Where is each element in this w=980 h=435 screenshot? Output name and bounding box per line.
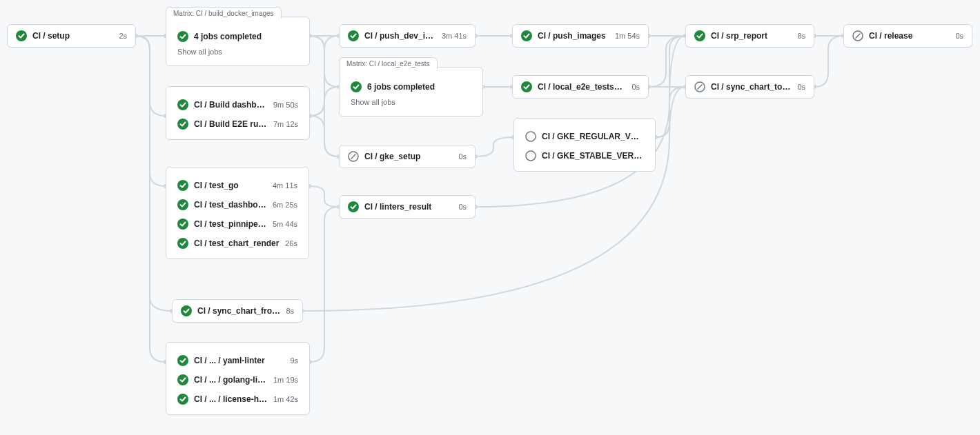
job-label: CI / gke_setup [364, 152, 453, 161]
job-setup[interactable]: CI / setup 2s [7, 24, 136, 48]
show-all-jobs-link[interactable]: Show all jobs [172, 46, 304, 56]
job-label: CI / ... / yaml-linter [194, 356, 284, 365]
pending-icon [525, 131, 536, 142]
job-license-header-linter[interactable]: CI / ... / license-header... 1m 42s [172, 390, 304, 409]
job-linters-result[interactable]: CI / linters_result 0s [339, 195, 476, 219]
success-icon [177, 199, 188, 210]
job-duration: 1m 42s [273, 395, 298, 403]
job-duration: 0s [458, 152, 467, 161]
svg-point-49 [526, 132, 536, 141]
job-duration: 8s [286, 307, 294, 315]
job-label: CI / test_chart_render [194, 239, 280, 248]
job-release[interactable]: CI / release 0s [843, 24, 972, 48]
job-golang-linter[interactable]: CI / ... / golang-linter 1m 19s [172, 370, 304, 390]
workflow-connectors [0, 0, 980, 435]
job-duration: 9s [290, 356, 298, 365]
job-local-e2e-tests-result[interactable]: CI / local_e2e_tests_result 0s [512, 75, 649, 99]
job-duration: 7m 12s [273, 120, 298, 128]
svg-line-53 [698, 85, 703, 90]
job-duration: 6m 25s [273, 201, 297, 209]
matrix-summary-row[interactable]: 4 jobs completed [172, 27, 304, 46]
success-icon [521, 81, 532, 92]
matrix-build-docker-images[interactable]: Matrix: CI / build_docker_images 4 jobs … [166, 17, 310, 66]
job-group-linters: CI / ... / yaml-linter 9s CI / ... / gol… [166, 342, 310, 415]
job-label: CI / setup [32, 31, 113, 41]
skipped-icon [852, 30, 863, 41]
job-duration: 1m 19s [273, 376, 298, 384]
job-label: CI / GKE_STABLE_VERSION / ... [542, 151, 644, 161]
job-label: CI / push_images [538, 31, 609, 41]
job-push-dev-images[interactable]: CI / push_dev_images 3m 41s [339, 24, 476, 48]
matrix-summary-row[interactable]: 6 jobs completed [345, 77, 477, 97]
job-group-tests: CI / test_go 4m 11s CI / test_dashboard … [166, 167, 309, 259]
job-label: CI / Build dashboard i... [194, 100, 268, 110]
job-duration: 1m 54s [615, 32, 640, 40]
svg-point-50 [526, 151, 536, 161]
job-label: CI / release [869, 31, 950, 41]
success-icon [351, 81, 362, 92]
job-label: CI / push_dev_images [364, 31, 436, 41]
success-icon [348, 201, 359, 212]
success-icon [177, 219, 188, 230]
job-duration: 2s [119, 32, 127, 40]
skipped-icon [348, 151, 359, 162]
success-icon [177, 374, 188, 385]
job-build-dashboard-image[interactable]: CI / Build dashboard i... 9m 50s [172, 95, 304, 114]
success-icon [177, 394, 188, 405]
success-icon [177, 119, 188, 130]
job-duration: 0s [955, 32, 963, 40]
job-group-gke-versions: CI / GKE_REGULAR_VERSION... CI / GKE_STA… [513, 118, 656, 172]
job-label: CI / Build E2E runner im... [194, 119, 268, 129]
success-icon [177, 180, 188, 191]
job-yaml-linter[interactable]: CI / ... / yaml-linter 9s [172, 351, 304, 370]
matrix-local-e2e-tests[interactable]: Matrix: CI / local_e2e_tests 6 jobs comp… [339, 67, 483, 117]
matrix-summary: 6 jobs completed [367, 82, 471, 92]
job-label: CI / test_dashboard [194, 200, 267, 210]
job-test-chart-render[interactable]: CI / test_chart_render 26s [172, 234, 303, 253]
job-push-images[interactable]: CI / push_images 1m 54s [512, 24, 649, 48]
job-label: CI / test_pinniped_proxy [194, 219, 267, 229]
success-icon [694, 30, 705, 41]
job-label: CI / ... / golang-linter [194, 375, 268, 385]
job-duration: 8s [797, 32, 805, 40]
svg-line-55 [856, 34, 861, 39]
job-duration: 3m 41s [442, 32, 467, 40]
pending-icon [525, 150, 536, 161]
success-icon [177, 31, 188, 42]
show-all-jobs-link[interactable]: Show all jobs [345, 97, 477, 106]
job-duration: 0s [458, 203, 467, 211]
job-build-e2e-runner-image[interactable]: CI / Build E2E runner im... 7m 12s [172, 114, 304, 134]
matrix-tab: Matrix: CI / build_docker_images [166, 7, 282, 19]
success-icon [177, 355, 188, 366]
job-label: CI / linters_result [364, 202, 453, 212]
matrix-summary: 4 jobs completed [194, 32, 298, 41]
job-duration: 26s [285, 239, 297, 247]
job-test-dashboard[interactable]: CI / test_dashboard 6m 25s [172, 195, 303, 214]
job-label: CI / ... / license-header... [194, 394, 268, 404]
job-gke-stable-version[interactable]: CI / GKE_STABLE_VERSION / ... [520, 146, 649, 165]
job-test-go[interactable]: CI / test_go 4m 11s [172, 176, 303, 195]
job-label: CI / GKE_REGULAR_VERSION... [542, 132, 644, 141]
job-duration: 0s [631, 83, 640, 91]
job-srp-report[interactable]: CI / srp_report 8s [685, 24, 814, 48]
job-duration: 9m 50s [273, 101, 298, 109]
job-label: CI / sync_chart_from_bitna... [197, 306, 280, 316]
job-gke-setup[interactable]: CI / gke_setup 0s [339, 145, 476, 168]
success-icon [521, 30, 532, 41]
job-duration: 4m 11s [273, 181, 297, 190]
success-icon [348, 30, 359, 41]
job-test-pinniped-proxy[interactable]: CI / test_pinniped_proxy 5m 44s [172, 214, 303, 234]
success-icon [16, 30, 27, 41]
job-label: CI / srp_report [711, 31, 792, 41]
job-group-build: CI / Build dashboard i... 9m 50s CI / Bu… [166, 86, 310, 140]
success-icon [177, 238, 188, 249]
job-duration: 0s [797, 83, 805, 91]
success-icon [181, 305, 192, 316]
job-gke-regular-version[interactable]: CI / GKE_REGULAR_VERSION... [520, 127, 649, 146]
job-label: CI / test_go [194, 181, 267, 190]
job-sync-chart-to-bitnami[interactable]: CI / sync_chart_to_bitnami 0s [685, 75, 814, 99]
success-icon [177, 99, 188, 110]
job-label: CI / local_e2e_tests_result [538, 82, 626, 92]
job-sync-chart-from-bitnami[interactable]: CI / sync_chart_from_bitna... 8s [172, 299, 303, 323]
job-duration: 5m 44s [273, 220, 297, 228]
